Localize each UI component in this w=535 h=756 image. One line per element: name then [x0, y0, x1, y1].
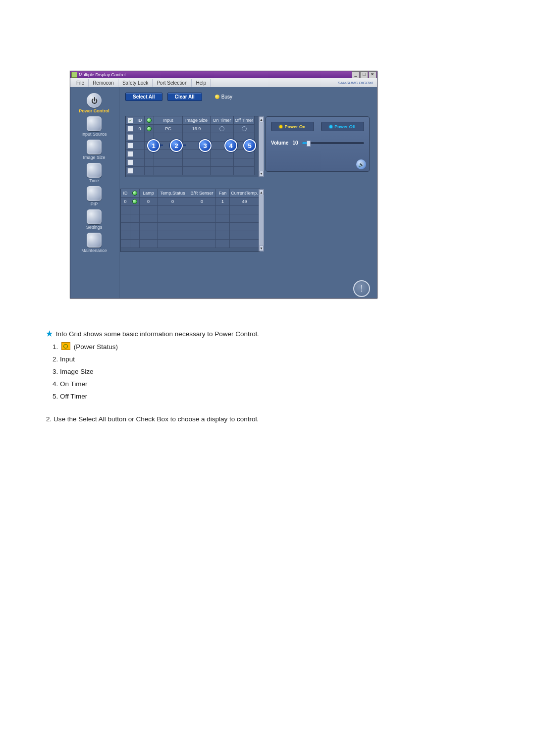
menu-port-selection[interactable]: Port Selection [153, 79, 192, 87]
off-timer-radio[interactable] [242, 126, 247, 131]
row-checkbox[interactable] [127, 126, 133, 132]
table-row[interactable] [126, 133, 260, 142]
window-title: Multiple Display Control [79, 72, 126, 77]
scroll-up-icon[interactable]: ▲ [259, 117, 264, 122]
row-checkbox[interactable] [127, 168, 133, 174]
power-off-indicator-icon [329, 125, 332, 128]
menu-file[interactable]: File [72, 79, 89, 87]
table-row[interactable] [126, 142, 260, 150]
sidebar-item-time[interactable]: Time [72, 163, 116, 183]
sidebar-item-label: PIP [91, 202, 98, 206]
sidebar-item-pip[interactable]: PIP [72, 186, 116, 206]
power-off-label: Power Off [334, 124, 356, 129]
table-row[interactable] [121, 223, 260, 231]
speaker-icon[interactable]: 🔊 [356, 159, 366, 169]
power-icon: ⏻ [87, 93, 102, 108]
app-window: Multiple Display Control _ □ ✕ File Remo… [70, 71, 377, 299]
menu-help[interactable]: Help [192, 79, 211, 87]
scroll-down-icon[interactable]: ▼ [259, 171, 264, 176]
star-bullet-icon: ★ [46, 329, 53, 338]
cell-ct: 49 [230, 198, 260, 206]
sidebar-item-label: Image Size [83, 155, 105, 160]
second-instruction: 2. Use the Select All button or Check Bo… [46, 414, 432, 425]
scrollbar[interactable]: ▲ ▼ [259, 189, 264, 252]
clock-icon [87, 163, 102, 178]
list-item: On Timer [60, 379, 432, 390]
cell-input: PC [154, 125, 183, 133]
title-bar[interactable]: Multiple Display Control _ □ ✕ [70, 71, 377, 78]
row-checkbox[interactable] [127, 134, 133, 140]
sidebar-item-input-source[interactable]: Input Source [72, 116, 116, 137]
col-fan: Fan [216, 189, 230, 198]
cell-temp: 0 [158, 198, 188, 206]
scrollbar[interactable]: ▲ ▼ [259, 116, 264, 177]
table-row[interactable] [121, 240, 260, 248]
col-status [130, 189, 140, 198]
scroll-up-icon[interactable]: ▲ [259, 190, 264, 195]
scroll-down-icon[interactable]: ▼ [259, 246, 264, 251]
gear-icon [87, 209, 102, 224]
list-item: Off Timer [60, 391, 432, 402]
power-panel: Power On Power Off Volume 10 [266, 116, 370, 172]
busy-dot-icon [215, 95, 219, 99]
sidebar-item-power-control[interactable]: ⏻ Power Control [72, 93, 116, 113]
volume-slider[interactable] [302, 142, 364, 144]
maximize-button[interactable]: □ [360, 71, 368, 78]
col-offtimer: Off Timer [234, 116, 255, 125]
lead-text: Info Grid shows some basic information n… [56, 330, 259, 338]
item-1-text: (Power Status) [74, 343, 118, 351]
brand-label: SAMSUNG DIGITall [338, 81, 373, 85]
table-row[interactable] [126, 150, 260, 158]
busy-indicator: Busy [215, 94, 232, 100]
sidebar-item-label: Settings [86, 225, 103, 230]
table-row[interactable] [121, 206, 260, 214]
clear-all-button[interactable]: Clear All [167, 93, 202, 101]
select-all-button[interactable]: Select All [125, 93, 162, 101]
power-on-label: Power On [284, 124, 305, 129]
table-row[interactable]: 0 PC 16:9 [126, 125, 260, 133]
col-status [145, 116, 154, 125]
list-item: Input [60, 354, 432, 365]
cell-id: 0 [135, 125, 145, 133]
row-checkbox[interactable] [127, 151, 133, 157]
volume-value: 10 [292, 140, 298, 146]
table-row[interactable] [126, 158, 260, 167]
power-status-icon [132, 199, 137, 204]
power-on-button[interactable]: Power On [271, 122, 314, 131]
busy-label: Busy [221, 94, 232, 100]
instructions: ★ Info Grid shows some basic information… [46, 328, 432, 425]
col-input: Input [154, 116, 183, 125]
row-checkbox[interactable] [127, 143, 133, 149]
volume-label: Volume [271, 140, 288, 146]
menu-safety-lock[interactable]: Safety Lock [118, 79, 153, 87]
table-row[interactable]: 0 0 0 0 1 49 [121, 198, 260, 206]
on-timer-radio[interactable] [219, 126, 224, 131]
sidebar-item-label: Time [89, 178, 99, 183]
cell-id: 0 [121, 198, 130, 206]
pip-icon [87, 186, 102, 201]
col-check: ✓ [126, 116, 135, 125]
table-row[interactable] [121, 231, 260, 240]
col-ct: CurrentTemp. [230, 189, 260, 198]
col-temp: Temp.Status [158, 189, 188, 198]
col-br: B/R Senser [188, 189, 216, 198]
cell-size: 16:9 [183, 125, 211, 133]
info-icon[interactable]: ! [353, 280, 370, 297]
sidebar-item-image-size[interactable]: Image Size [72, 140, 116, 160]
table-row[interactable] [121, 214, 260, 223]
minimize-button[interactable]: _ [352, 71, 360, 78]
sidebar-item-maintenance[interactable]: Maintenance [72, 233, 116, 253]
sidebar-item-label: Maintenance [81, 248, 107, 253]
sidebar-item-settings[interactable]: Settings [72, 209, 116, 230]
cell-br: 0 [188, 198, 216, 206]
row-checkbox[interactable] [127, 159, 133, 165]
power-off-button[interactable]: Power Off [321, 122, 364, 131]
table-row[interactable] [126, 167, 260, 175]
app-icon [71, 72, 77, 78]
wrench-icon [87, 233, 102, 248]
power-status-icon [61, 342, 70, 350]
menu-remocon[interactable]: Remocon [89, 79, 118, 87]
close-button[interactable]: ✕ [369, 71, 376, 78]
sidebar-item-label: Power Control [79, 108, 109, 113]
menu-bar: File Remocon Safety Lock Port Selection … [70, 78, 377, 88]
